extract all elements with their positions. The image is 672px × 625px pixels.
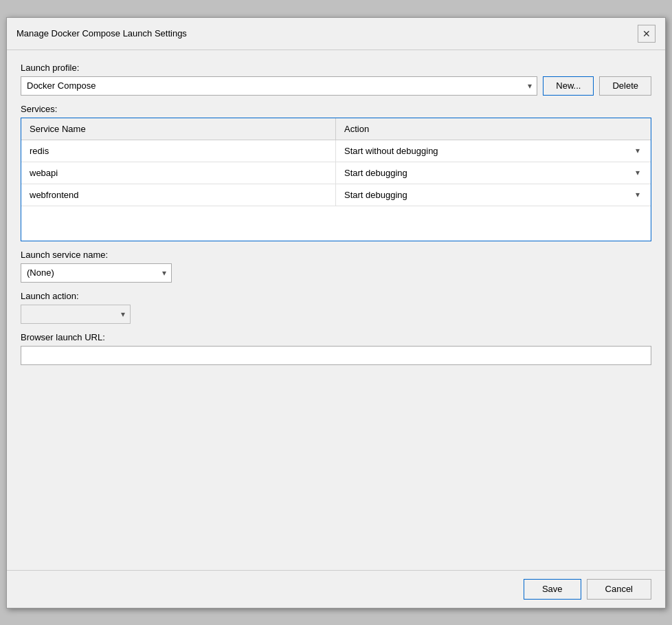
dialog-content: Launch profile: Docker Compose New... De… xyxy=(7,50,665,570)
empty-row xyxy=(21,206,651,241)
services-section: Services: Service Name Action redis Star… xyxy=(21,104,651,241)
save-button[interactable]: Save xyxy=(524,579,581,600)
table-row: webapi Start without debugging Start deb… xyxy=(21,162,651,184)
close-button[interactable]: ✕ xyxy=(638,25,656,43)
table-row: webfrontend Start without debugging Star… xyxy=(21,184,651,206)
browser-url-label: Browser launch URL: xyxy=(21,332,651,342)
action-select-wrapper-webapi: Start without debugging Start debugging … xyxy=(344,168,642,178)
table-header: Service Name Action xyxy=(21,118,651,140)
cancel-button[interactable]: Cancel xyxy=(587,579,651,600)
action-select-wrapper-redis: Start without debugging Start debugging … xyxy=(344,146,642,156)
action-cell-redis: Start without debugging Start debugging … xyxy=(336,140,651,162)
browser-url-section: Browser launch URL: xyxy=(21,332,651,365)
action-select-webapi[interactable]: Start without debugging Start debugging … xyxy=(344,168,642,178)
delete-button[interactable]: Delete xyxy=(599,76,651,96)
action-select-wrapper-webfrontend: Start without debugging Start debugging … xyxy=(344,190,642,200)
dialog-footer: Save Cancel xyxy=(7,570,665,608)
action-cell-webfrontend: Start without debugging Start debugging … xyxy=(336,184,651,206)
service-name-redis: redis xyxy=(21,140,336,162)
launch-action-section: Launch action: xyxy=(21,291,651,324)
dialog: Manage Docker Compose Launch Settings ✕ … xyxy=(6,17,666,608)
launch-service-select[interactable]: (None) xyxy=(21,263,172,283)
launch-service-section: Launch service name: (None) xyxy=(21,250,651,283)
launch-profile-row: Docker Compose New... Delete xyxy=(21,76,651,96)
launch-service-select-wrapper: (None) xyxy=(21,263,172,283)
services-label: Services: xyxy=(21,104,651,114)
launch-profile-select-wrapper: Docker Compose xyxy=(21,76,537,96)
launch-action-select[interactable] xyxy=(21,305,131,324)
launch-profile-label: Launch profile: xyxy=(21,63,651,73)
action-select-redis[interactable]: Start without debugging Start debugging … xyxy=(344,146,642,156)
service-name-webfrontend: webfrontend xyxy=(21,184,336,206)
action-cell-webapi: Start without debugging Start debugging … xyxy=(336,162,651,184)
new-button[interactable]: New... xyxy=(543,76,594,96)
title-bar: Manage Docker Compose Launch Settings ✕ xyxy=(7,18,665,50)
col-service-name: Service Name xyxy=(21,118,336,140)
launch-action-select-wrapper xyxy=(21,305,131,324)
launch-profile-select[interactable]: Docker Compose xyxy=(21,76,537,96)
browser-url-input[interactable] xyxy=(21,346,651,365)
action-select-webfrontend[interactable]: Start without debugging Start debugging … xyxy=(344,190,642,200)
service-name-webapi: webapi xyxy=(21,162,336,184)
launch-service-label: Launch service name: xyxy=(21,250,651,260)
table-row: redis Start without debugging Start debu… xyxy=(21,140,651,162)
services-table: Service Name Action redis Start without … xyxy=(21,118,651,241)
col-action: Action xyxy=(336,118,651,140)
dialog-title: Manage Docker Compose Launch Settings xyxy=(16,28,187,39)
launch-action-label: Launch action: xyxy=(21,291,651,301)
launch-profile-section: Launch profile: Docker Compose New... De… xyxy=(21,63,651,96)
